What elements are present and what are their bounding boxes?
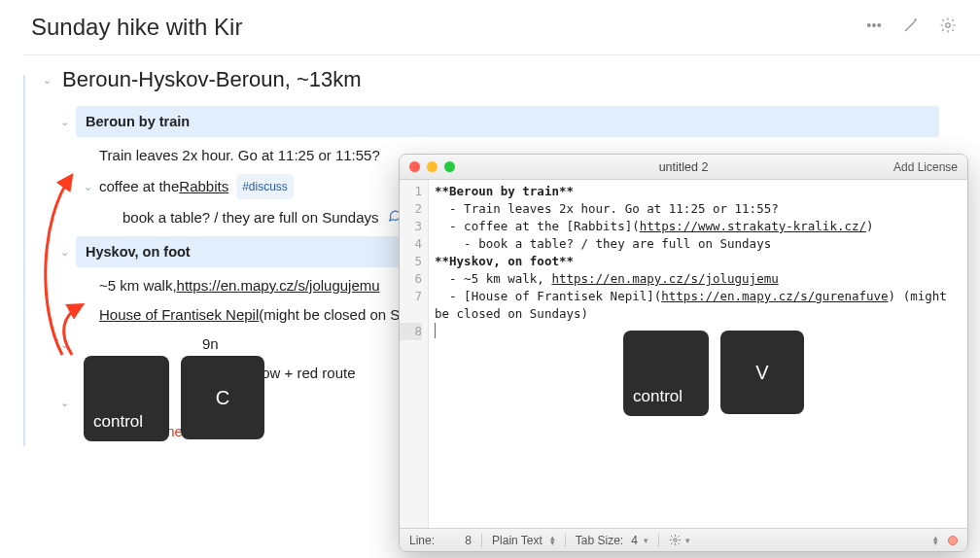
rabbits-link[interactable]: Rabbits	[179, 176, 228, 197]
add-license-link[interactable]: Add License	[893, 160, 958, 174]
chevron-down-icon[interactable]: ⌄	[58, 392, 70, 413]
svg-point-2	[878, 24, 880, 26]
svg-point-4	[674, 539, 677, 541]
stepper-icon[interactable]: ▴▾	[933, 536, 938, 545]
chevron-down-icon[interactable]: ⌄	[41, 74, 52, 87]
status-language[interactable]: Plain Text ▴▾	[492, 534, 555, 547]
chevron-down-icon[interactable]: ⌄	[58, 333, 70, 355]
outline-text: book a table? / they are full on Sundays	[122, 207, 379, 228]
more-icon[interactable]	[865, 17, 883, 38]
status-tabsize[interactable]: Tab Size: 4 ▾	[576, 534, 648, 547]
status-line[interactable]: Line: 8	[409, 534, 472, 547]
record-indicator[interactable]	[948, 536, 958, 545]
discuss-tag[interactable]: #discuss	[236, 174, 294, 199]
text-caret	[435, 323, 436, 338]
minimize-icon[interactable]	[427, 161, 438, 172]
svg-point-0	[868, 24, 870, 26]
key-v: V	[720, 331, 804, 414]
svg-point-3	[946, 23, 951, 28]
key-control: control	[84, 356, 169, 441]
svg-point-1	[873, 24, 875, 26]
line-number-gutter: 1 2 3 4 5 6 7 8	[400, 180, 429, 528]
chevron-down-icon[interactable]: ⌄	[58, 241, 70, 262]
outline-text: ~5 km walk,	[99, 275, 177, 296]
editor-statusbar: Line: 8 Plain Text ▴▾ Tab Size: 4 ▾ ▾ ▴▾	[400, 528, 967, 551]
outline-text: coffee at the	[99, 176, 179, 197]
key-c: C	[181, 356, 264, 439]
house-link[interactable]: House of Frantisek Nepil	[99, 304, 259, 326]
close-icon[interactable]	[409, 161, 420, 172]
outline-text: Train leaves 2x hour. Go at 11:25 or 11:…	[99, 145, 380, 166]
outline-text: (might be closed on Su	[259, 304, 407, 326]
section-title-h0: Beroun-Hyskov-Beroun, ~13km	[62, 67, 362, 92]
map-link[interactable]: https://en.mapy.cz/s/jolugujemu	[177, 275, 380, 296]
page-title: Sunday hike with Kir	[31, 14, 865, 41]
zoom-icon[interactable]	[444, 161, 455, 172]
editor-titlebar[interactable]: untitled 2 Add License	[400, 155, 967, 180]
gear-icon[interactable]: ▾	[669, 534, 690, 546]
key-control: control	[623, 331, 709, 416]
gear-icon[interactable]	[939, 17, 957, 38]
wand-icon[interactable]	[902, 17, 920, 38]
outline-text-fragment: 9n	[202, 333, 219, 355]
editor-title: untitled 2	[659, 160, 709, 174]
chevron-down-icon[interactable]: ⌄	[58, 111, 70, 132]
section-heading[interactable]: Beroun by train	[76, 106, 939, 137]
chevron-down-icon[interactable]: ⌄	[82, 176, 93, 197]
